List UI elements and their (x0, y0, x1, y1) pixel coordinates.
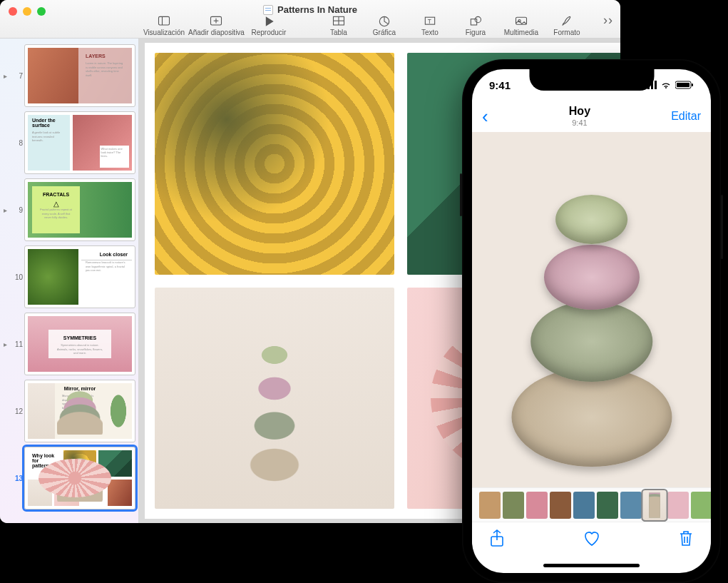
titlebar: Patterns In Nature Visualización Añadir … (0, 0, 620, 39)
play-label: Reproducir (251, 29, 286, 36)
share-button[interactable] (489, 529, 505, 551)
window-title-text: Patterns In Nature (277, 4, 357, 15)
image-sea-urchins[interactable] (155, 288, 394, 510)
media-label: Multimedia (504, 29, 538, 36)
disclosure-triangle-icon[interactable]: ▸ (0, 206, 10, 214)
thumb-title: SYMMETRIES (51, 333, 108, 343)
slide-thumbnail[interactable]: Look closer Romanesco broccoli is nature… (24, 245, 135, 308)
favorite-button[interactable] (583, 530, 601, 550)
table-icon (331, 14, 347, 29)
view-button[interactable]: Visualización (143, 14, 185, 36)
format-button[interactable]: Formato (545, 14, 588, 36)
chart-label: Gráfica (373, 29, 396, 36)
slide-thumbnail[interactable]: Under the surface A gentle look at subtl… (24, 111, 135, 174)
disclosure-triangle-icon[interactable]: ▸ (0, 340, 10, 348)
edit-button[interactable]: Editar (671, 110, 701, 123)
chart-button[interactable]: Gráfica (363, 14, 406, 36)
shape-label: Figura (466, 29, 486, 36)
slide-number: 8 (11, 139, 23, 147)
svg-point-13 (475, 16, 481, 22)
photo-viewer[interactable] (472, 132, 711, 487)
thumb-title: Look closer (81, 249, 132, 260)
nav-title: Hoy (569, 105, 590, 118)
image-honeycomb[interactable] (155, 53, 394, 275)
share-icon (489, 529, 505, 548)
table-label: Tabla (330, 29, 347, 36)
text-icon: T (422, 14, 438, 29)
slide-number: 10 (11, 273, 23, 281)
shape-icon (468, 14, 483, 29)
slide-thumb-row[interactable]: 8 Under the surface A gentle look at sub… (0, 111, 135, 174)
format-label: Formato (553, 29, 580, 36)
slide-thumb-row[interactable]: ▸ 9 FRACTALS △ Fractal patterns repeat a… (0, 178, 135, 241)
slide-thumbnail-selected[interactable]: Why look for patterns? (24, 447, 135, 510)
trash-icon (678, 529, 694, 548)
filmstrip-thumb[interactable] (503, 492, 524, 519)
filmstrip-thumb[interactable] (526, 492, 548, 519)
nav-title-group: Hoy 9:41 (569, 105, 590, 127)
slide-thumb-row[interactable]: 13 Why look for patterns? (0, 447, 135, 510)
shape-button[interactable]: Figura (454, 14, 497, 36)
filmstrip-thumb[interactable] (597, 492, 618, 519)
slide-thumb-row[interactable]: ▸ 7 LAYERS Lorem in nature. The layering… (0, 44, 135, 107)
slide-thumbnail[interactable]: FRACTALS △ Fractal patterns repeat at ev… (24, 178, 135, 241)
slide-thumbnail[interactable]: LAYERS Lorem in nature. The layering is … (24, 44, 135, 107)
text-label: Texto (421, 29, 439, 36)
window-title: Patterns In Nature (0, 4, 620, 15)
filmstrip-thumb[interactable] (667, 492, 689, 519)
home-indicator[interactable] (472, 557, 711, 573)
view-label: Visualización (143, 29, 185, 36)
filmstrip-thumb[interactable] (691, 492, 711, 519)
text-button[interactable]: T Texto (409, 14, 451, 36)
brush-icon (559, 14, 575, 29)
wifi-icon (660, 81, 672, 89)
slide-thumbnail[interactable]: Mirror, mirror Many plants and animals d… (24, 380, 135, 442)
add-slide-label: Añadir diapositiva (188, 29, 245, 36)
svg-rect-21 (677, 83, 689, 87)
nav-bar: ‹ Hoy 9:41 Editar (472, 101, 711, 132)
play-button[interactable]: Reproducir (247, 14, 290, 36)
slide-thumb-row[interactable]: 10 Look closer Romanesco broccoli is nat… (0, 245, 135, 308)
filmstrip-thumb[interactable] (479, 492, 501, 519)
iphone-device: 9:41 ‹ Hoy 9:41 Editar (462, 59, 721, 583)
back-button[interactable]: ‹ (482, 106, 488, 128)
filmstrip-thumb[interactable] (550, 492, 571, 519)
toolbar-overflow-button[interactable]: ›› (603, 13, 613, 28)
photo-sea-urchins (496, 146, 687, 473)
svg-marker-5 (266, 16, 274, 26)
table-button[interactable]: Tabla (317, 14, 360, 36)
play-icon (261, 14, 277, 29)
plus-icon (208, 14, 224, 29)
slide-thumbnail[interactable]: SYMMETRIES Symmetries abound in nature. … (24, 313, 135, 375)
iphone-screen: 9:41 ‹ Hoy 9:41 Editar (472, 69, 711, 573)
media-icon (513, 14, 529, 29)
thumb-title: Under the surface (28, 115, 70, 131)
delete-button[interactable] (678, 529, 694, 551)
view-icon (156, 14, 172, 29)
slide-number: 12 (11, 407, 23, 415)
filmstrip-thumb[interactable] (573, 492, 595, 519)
slide-number: 13 (11, 475, 23, 482)
svg-rect-0 (159, 16, 170, 25)
document-icon (263, 5, 273, 15)
toolbar: Visualización Añadir diapositiva Reprodu… (143, 14, 613, 36)
slide-thumb-row[interactable]: ▸ 11 SYMMETRIES Symmetries abound in nat… (0, 313, 135, 375)
photo-filmstrip[interactable] (472, 487, 711, 522)
heart-icon (583, 530, 601, 547)
notch (529, 69, 654, 91)
slide-thumb-row[interactable]: 12 Mirror, mirror Many plants and animal… (0, 380, 135, 442)
thumb-title: FRACTALS (35, 189, 77, 200)
svg-rect-22 (692, 83, 693, 86)
nav-subtitle: 9:41 (569, 118, 590, 128)
svg-text:T: T (428, 18, 431, 25)
filmstrip-thumb[interactable] (620, 492, 642, 519)
add-slide-button[interactable]: Añadir diapositiva (188, 14, 245, 36)
disclosure-triangle-icon[interactable]: ▸ (0, 72, 10, 80)
toolbar (472, 522, 711, 557)
media-button[interactable]: Multimedia (500, 14, 543, 36)
slide-navigator[interactable]: ▸ 7 LAYERS Lorem in nature. The layering… (0, 39, 139, 523)
filmstrip-thumb-selected[interactable] (643, 490, 667, 520)
slide-number: 9 (11, 206, 23, 214)
chart-icon (376, 14, 392, 29)
status-time: 9:41 (489, 79, 511, 91)
